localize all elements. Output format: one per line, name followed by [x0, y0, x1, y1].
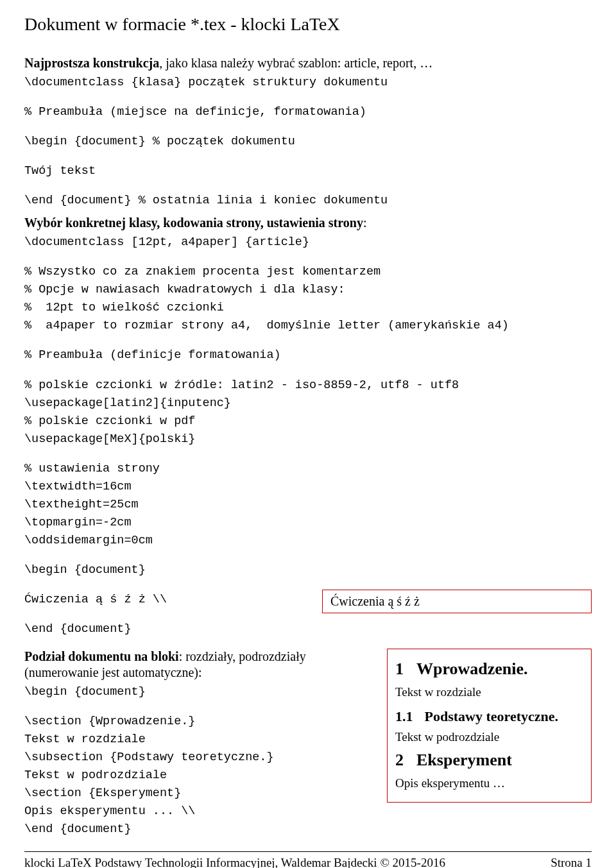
render-section-2-num: 2	[395, 751, 404, 769]
render-section-1-num: 1	[395, 660, 404, 678]
code-block-2-line: \textwidth=16cm	[24, 479, 592, 495]
code-block-3-line: \subsection {Podstawy teoretyczne.}	[24, 750, 375, 765]
heading-2-colon: :	[363, 216, 367, 230]
render-output-1-text: Ćwiczenia ą ś ź ż	[330, 594, 420, 608]
code-block-2-line: % Preambuła (definicje formatowania)	[24, 348, 592, 363]
code-block-2-line: % a4paper to rozmiar strony a4, domyślni…	[24, 318, 592, 334]
code-block-2-line: % ustawienia strony	[24, 461, 592, 477]
code-block-1-line: \end {document} % ostatnia linia i konie…	[24, 193, 592, 208]
heading-2-bold: Wybór konkretnej klasy, kodowania strony…	[24, 216, 363, 230]
render-output-1: Ćwiczenia ą ś ź ż	[322, 590, 592, 613]
render-subsection-1-1-text: Tekst w podrozdziale	[395, 730, 583, 744]
render-section-2-text: Opis eksperymentu …	[395, 776, 583, 790]
intro-rest: , jako klasa należy wybrać szablon: arti…	[159, 56, 432, 70]
footer-left: klocki LaTeX Podstawy Technologii Inform…	[24, 856, 445, 868]
code-block-2-line: % Opcje w nawiasach kwadratowych i dla k…	[24, 282, 592, 298]
example-row-1: Ćwiczenia ą ś ź ż \\ \end {document} Ćwi…	[24, 590, 592, 640]
code-block-3-line: Opis eksperymentu ... \\	[24, 804, 375, 819]
heading-3-bold: Podział dokumentu na bloki	[24, 649, 179, 663]
code-block-2-line: \oddsidemargin=0cm	[24, 533, 592, 549]
code-block-1-line: Twój tekst	[24, 164, 592, 179]
code-block-1-line: \begin {document} % początek dokumentu	[24, 134, 592, 149]
code-block-2-line: % Wszystko co za znakiem procenta jest k…	[24, 264, 592, 280]
code-block-3-line: Tekst w rozdziale	[24, 732, 375, 747]
intro-paragraph: Najprostsza konstrukcja, jako klasa nale…	[24, 55, 592, 71]
code-block-2-line: Ćwiczenia ą ś ź ż \\	[24, 592, 311, 608]
code-block-2-line: % polskie czcionki w źródle: latin2 - is…	[24, 378, 592, 393]
code-block-3-line: \section {Eksperyment}	[24, 786, 375, 801]
code-block-2-line: % 12pt to wielkość czcionki	[24, 300, 592, 316]
example-row-2: Podział dokumentu na bloki: rozdziały, p…	[24, 649, 592, 840]
code-block-2-line: \usepackage[MeX]{polski}	[24, 432, 592, 447]
footer-divider	[24, 851, 592, 852]
render-section-1-text: Tekst w rozdziale	[395, 685, 583, 699]
intro-bold: Najprostsza konstrukcja	[24, 56, 159, 70]
render-subsection-1-1-num: 1.1	[395, 708, 413, 724]
code-block-2-line: \end {document}	[24, 622, 311, 637]
code-block-2-line: % polskie czcionki w pdf	[24, 414, 592, 429]
render-section-2-title: Eksperyment	[416, 751, 512, 769]
page-content: Dokument w formacie *.tex - klocki LaTeX…	[0, 0, 616, 868]
render-section-1-title: Wprowadzenie.	[416, 660, 528, 678]
heading-2: Wybór konkretnej klasy, kodowania strony…	[24, 215, 592, 231]
render-subsection-1-1-title: Podstawy teoretyczne.	[425, 708, 559, 724]
render-section-1: 1Wprowadzenie.	[395, 660, 583, 679]
code-block-2-line: \begin {document}	[24, 563, 592, 578]
heading-3: Podział dokumentu na bloki: rozdziały, p…	[24, 649, 375, 681]
code-block-3-line: \section {Wprowadzenie.}	[24, 714, 375, 729]
code-block-3-line: \begin {document}	[24, 685, 375, 700]
code-block-2-line: \topmargin=-2cm	[24, 515, 592, 531]
page-title: Dokument w formacie *.tex - klocki LaTeX	[24, 14, 592, 35]
render-output-2: 1Wprowadzenie. Tekst w rozdziale 1.1Pods…	[387, 649, 592, 803]
code-block-2-line: \usepackage[latin2]{inputenc}	[24, 396, 592, 411]
code-block-3-line: Tekst w podrozdziale	[24, 768, 375, 783]
page-footer: klocki LaTeX Podstawy Technologii Inform…	[24, 856, 592, 868]
code-block-1-line: \documentclass {klasa} początek struktur…	[24, 75, 592, 90]
footer-page-number: Strona 1	[551, 856, 592, 868]
render-subsection-1-1: 1.1Podstawy teoretyczne.	[395, 708, 583, 725]
code-block-3-line: \end {document}	[24, 822, 375, 837]
code-block-2-line: \documentclass [12pt, a4paper] {article}	[24, 235, 592, 250]
code-block-1-line: % Preambuła (miejsce na definicje, forma…	[24, 105, 592, 120]
code-block-2-line: \textheight=25cm	[24, 497, 592, 513]
render-section-2: 2Eksperyment	[395, 751, 583, 770]
